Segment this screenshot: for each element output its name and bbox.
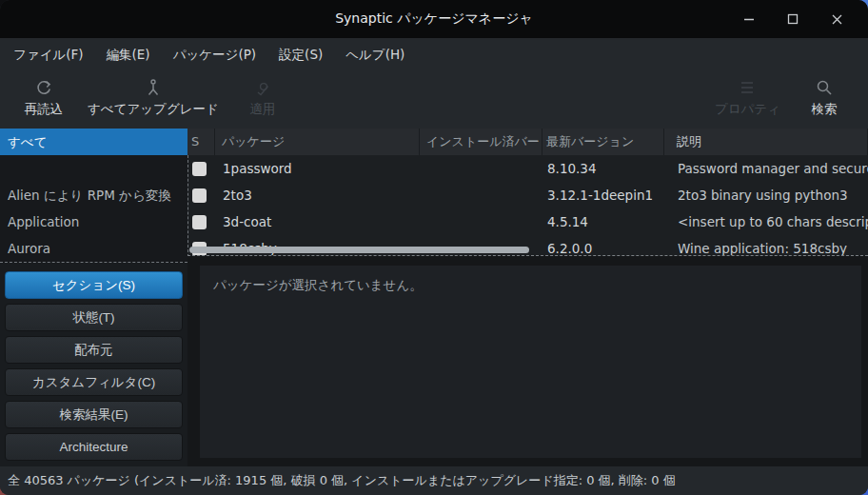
search-button[interactable]: 検索 <box>790 70 858 118</box>
menu-item-help[interactable]: ヘルプ(H) <box>334 38 416 70</box>
section-item[interactable]: Application <box>0 208 187 235</box>
section-item[interactable]: すべて <box>0 129 187 155</box>
latest-version: 3.12.1-1deepin1 <box>543 188 665 203</box>
minimize-button[interactable] <box>727 0 771 38</box>
menu-item-edit[interactable]: 編集(E) <box>95 38 162 70</box>
menubar: ファイル(F)編集(E)パッケージ(P)設定(S)ヘルプ(H) <box>0 38 868 70</box>
package-description: <insert up to 60 chars descriptio <box>665 214 868 229</box>
menu-item-file[interactable]: ファイル(F) <box>2 38 95 70</box>
package-description: Password manager and secure w <box>665 161 868 176</box>
section-item[interactable] <box>0 155 187 182</box>
refresh-icon <box>34 77 53 98</box>
no-selection-message: パッケージが選択されていません。 <box>213 277 423 292</box>
column-header-package[interactable]: パッケージ <box>215 129 420 155</box>
minimize-icon <box>743 13 755 25</box>
maximize-icon <box>787 13 799 25</box>
titlebar[interactable]: Synaptic パッケージマネージャ <box>0 0 868 38</box>
package-checkbox[interactable] <box>192 188 207 203</box>
apply-button: 適用 <box>228 70 297 118</box>
apply-icon <box>253 77 272 98</box>
package-name: 2to3 <box>216 188 421 203</box>
package-checkbox[interactable] <box>192 162 207 176</box>
reload-button[interactable]: 再読込 <box>10 70 78 118</box>
sidebar: すべてAlien により RPM から変換ApplicationAurora セ… <box>0 129 187 466</box>
latest-version: 4.5.14 <box>543 214 665 229</box>
close-button[interactable] <box>815 0 858 38</box>
window-title: Synaptic パッケージマネージャ <box>335 10 533 28</box>
properties-button: プロパティ <box>705 70 790 118</box>
menu-item-package[interactable]: パッケージ(P) <box>162 38 267 70</box>
synaptic-window: Synaptic パッケージマネージャ ファイル(F)編集(E)パッケージ(P)… <box>0 0 868 495</box>
table-row[interactable]: 2to33.12.1-1deepin12to3 binary using pyt… <box>188 182 868 208</box>
column-header-installed-version[interactable]: インストール済バー <box>420 129 542 155</box>
table-header: Sパッケージインストール済バー最新バージョン説明 <box>187 129 868 155</box>
filter-button-sections[interactable]: セクション(S) <box>5 271 183 299</box>
horizontal-scrollbar[interactable] <box>189 247 866 254</box>
statusbar: 全 40563 パッケージ (インストール済: 1915 個, 破損 0 個, … <box>0 466 868 495</box>
table-row[interactable]: 1password8.10.34Password manager and sec… <box>188 155 868 182</box>
filter-buttons: セクション(S)状態(T)配布元カスタムフィルタ(C)検索結果(E)Archit… <box>0 263 187 469</box>
menu-item-settings[interactable]: 設定(S) <box>267 38 334 70</box>
package-name: 3d-coat <box>216 214 421 229</box>
status-text: 全 40563 パッケージ (インストール済: 1915 個, 破損 0 個, … <box>8 472 676 489</box>
table-row[interactable]: 3d-coat4.5.14<insert up to 60 chars desc… <box>188 208 868 235</box>
filter-button-origin[interactable]: 配布元 <box>5 336 183 364</box>
scrollbar-handle[interactable] <box>189 247 529 253</box>
maximize-button[interactable] <box>771 0 815 38</box>
upgrade-all-button-label: すべてアップグレード <box>88 101 219 118</box>
filter-button-search-results[interactable]: 検索結果(E) <box>5 401 183 428</box>
properties-icon <box>738 77 757 98</box>
package-description: 2to3 binary using python3 <box>665 188 868 203</box>
reload-button-label: 再読込 <box>25 101 64 118</box>
toolbar: 再読込すべてアップグレード適用プロパティ検索 <box>0 70 868 129</box>
column-header-description[interactable]: 説明 <box>664 129 868 155</box>
package-checkbox[interactable] <box>192 215 207 229</box>
section-item[interactable]: Aurora <box>0 235 187 262</box>
properties-button-label: プロパティ <box>715 101 780 118</box>
search-icon <box>815 77 834 98</box>
filter-button-architecture[interactable]: Architecture <box>5 433 183 461</box>
column-header-status[interactable]: S <box>187 129 215 155</box>
table-body: 1password8.10.34Password manager and sec… <box>187 155 868 256</box>
filter-button-custom-filters[interactable]: カスタムフィルタ(C) <box>5 368 183 396</box>
section-list: すべてAlien により RPM から変換ApplicationAurora <box>0 129 187 263</box>
column-header-latest-version[interactable]: 最新バージョン <box>542 129 664 155</box>
description-area: パッケージが選択されていません。 <box>187 256 868 466</box>
section-item[interactable]: Alien により RPM から変換 <box>0 182 187 208</box>
upgrade-all-icon <box>144 77 163 98</box>
apply-button-label: 適用 <box>249 101 275 118</box>
window-controls <box>727 0 858 38</box>
search-button-label: 検索 <box>812 101 838 118</box>
description-pane: パッケージが選択されていません。 <box>200 266 861 458</box>
latest-version: 8.10.34 <box>543 161 665 176</box>
filter-button-status[interactable]: 状態(T) <box>5 304 183 331</box>
close-icon <box>831 13 843 26</box>
upgrade-all-button[interactable]: すべてアップグレード <box>78 70 228 118</box>
package-name: 1password <box>216 161 421 176</box>
package-table: Sパッケージインストール済バー最新バージョン説明 1password8.10.3… <box>187 129 868 256</box>
content-area: Sパッケージインストール済バー最新バージョン説明 1password8.10.3… <box>187 129 868 466</box>
main-area: すべてAlien により RPM から変換ApplicationAurora セ… <box>0 129 868 466</box>
